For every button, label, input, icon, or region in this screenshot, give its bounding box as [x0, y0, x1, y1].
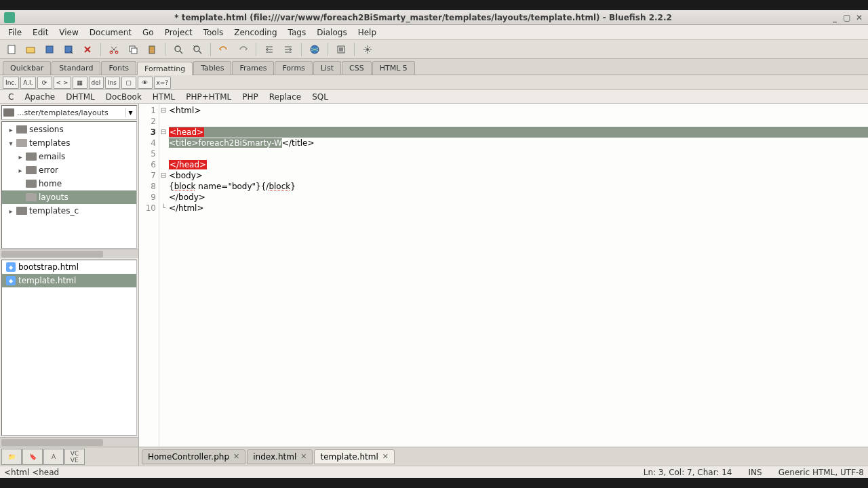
charmap-mode-button[interactable]: A — [43, 449, 64, 465]
format-button-6[interactable]: Ins — [105, 77, 120, 89]
fullscreen-button[interactable] — [332, 42, 350, 57]
file-item-bootstrap.html[interactable]: ◆bootstrap.html — [2, 260, 136, 274]
expand-icon[interactable]: ▾ — [7, 140, 14, 147]
scrollbar-thumb[interactable] — [1, 439, 103, 446]
tree-label: layouts — [39, 192, 68, 202]
format-button-3[interactable]: < > — [54, 77, 71, 89]
svg-rect-0 — [8, 45, 15, 54]
find-button[interactable] — [170, 42, 187, 57]
folder-tree[interactable]: ▸sessions▾templates▸emails▸errorhomelayo… — [1, 121, 137, 249]
path-selector[interactable]: ...ster/templates/layouts ▾ — [1, 105, 137, 120]
format-button-4[interactable]: ▦ — [73, 77, 87, 89]
maximize-button[interactable]: ▢ — [842, 13, 852, 22]
tree-item-layouts[interactable]: layouts — [2, 190, 136, 204]
close-file-button[interactable] — [79, 42, 96, 57]
format-button-2[interactable]: ⟳ — [37, 77, 52, 89]
file-list[interactable]: ◆bootstrap.html◆template.html — [1, 260, 137, 436]
expand-icon[interactable]: ▸ — [7, 207, 14, 215]
filelist-h-scrollbar[interactable] — [0, 437, 138, 447]
redo-button[interactable] — [234, 42, 252, 57]
format-button-5[interactable]: del — [89, 77, 104, 89]
tool-tab-list[interactable]: List — [313, 61, 341, 75]
undo-button[interactable] — [215, 42, 233, 57]
save-as-button[interactable] — [60, 42, 77, 57]
tree-item-sessions[interactable]: ▸sessions — [2, 123, 136, 136]
save-button[interactable] — [41, 42, 58, 57]
lang-c[interactable]: C — [3, 92, 19, 102]
menu-zencoding[interactable]: Zencoding — [229, 26, 282, 39]
close-tab-icon[interactable]: ✕ — [300, 452, 307, 461]
lang-dhtml[interactable]: DHTML — [60, 92, 100, 102]
menu-go[interactable]: Go — [137, 26, 159, 39]
menu-tools[interactable]: Tools — [198, 26, 229, 39]
expand-icon[interactable]: ▸ — [17, 153, 24, 161]
tool-tab-quickbar[interactable]: Quickbar — [3, 61, 51, 75]
tree-item-home[interactable]: home — [2, 177, 136, 190]
scrollbar-thumb[interactable] — [1, 251, 103, 258]
preview-browser-button[interactable] — [306, 42, 323, 57]
lang-docbook[interactable]: DocBook — [100, 92, 147, 102]
path-text: ...ster/templates/layouts — [17, 108, 125, 117]
tree-item-error[interactable]: ▸error — [2, 163, 136, 177]
close-button[interactable]: ✕ — [854, 13, 864, 22]
cut-button[interactable] — [105, 42, 123, 57]
lang-sql[interactable]: SQL — [307, 92, 334, 102]
tree-h-scrollbar[interactable] — [0, 249, 138, 258]
lang-apache[interactable]: Apache — [19, 92, 60, 102]
lang-phpplushtml[interactable]: PHP+HTML — [180, 92, 237, 102]
doc-tab-HomeController.php[interactable]: HomeController.php✕ — [142, 449, 245, 464]
file-item-template.html[interactable]: ◆template.html — [2, 274, 136, 287]
tool-tab-css[interactable]: CSS — [342, 61, 372, 75]
open-button[interactable] — [22, 42, 39, 57]
tree-item-templates[interactable]: ▾templates — [2, 136, 136, 150]
menu-document[interactable]: Document — [84, 26, 137, 39]
tree-item-templates_c[interactable]: ▸templates_c — [2, 204, 136, 218]
tool-tab-fonts[interactable]: Fonts — [101, 61, 136, 75]
indent-button[interactable] — [279, 42, 297, 57]
new-file-button[interactable] — [3, 42, 20, 57]
format-button-1[interactable]: A.I. — [20, 77, 35, 89]
snippets-mode-button[interactable]: VCVE — [64, 449, 85, 465]
expand-icon[interactable]: ▸ — [17, 167, 24, 174]
format-button-0[interactable]: Inc. — [3, 77, 19, 89]
menu-dialogs[interactable]: Dialogs — [311, 26, 352, 39]
doc-tab-index.html[interactable]: index.html✕ — [247, 449, 313, 464]
close-tab-icon[interactable]: ✕ — [382, 452, 389, 461]
menu-view[interactable]: View — [54, 26, 83, 39]
paste-button[interactable] — [143, 42, 161, 57]
code-editor[interactable]: 12345678910 ⊟⊟⊟└ <html><head><title>fore… — [139, 104, 868, 447]
path-dropdown-button[interactable]: ▾ — [125, 108, 135, 117]
menu-tags[interactable]: Tags — [283, 26, 312, 39]
window-title: * template.html (file:///var/www/foreach… — [19, 13, 827, 22]
tree-item-emails[interactable]: ▸emails — [2, 150, 136, 163]
lang-php[interactable]: PHP — [237, 92, 264, 102]
format-button-7[interactable]: ▢ — [121, 77, 136, 89]
menu-edit[interactable]: Edit — [27, 26, 54, 39]
tool-tab-formatting[interactable]: Formatting — [137, 62, 193, 75]
main-area: ...ster/templates/layouts ▾ ▸sessions▾te… — [0, 104, 868, 466]
unindent-button[interactable] — [260, 42, 278, 57]
tool-tab-forms[interactable]: Forms — [275, 61, 312, 75]
preferences-button[interactable] — [359, 42, 376, 57]
menu-project[interactable]: Project — [159, 26, 198, 39]
filebrowser-mode-button[interactable]: 📁 — [1, 449, 22, 465]
minimize-button[interactable]: _ — [830, 13, 840, 22]
find-replace-button[interactable] — [189, 42, 206, 57]
menu-file[interactable]: File — [3, 26, 27, 39]
lang-html[interactable]: HTML — [147, 92, 180, 102]
format-button-9[interactable]: x=? — [154, 77, 172, 89]
code-area[interactable]: <html><head><title>foreach2BiSmarty-W</t… — [167, 104, 868, 447]
tool-tab-tables[interactable]: Tables — [193, 61, 231, 75]
tool-tab-standard[interactable]: Standard — [52, 61, 100, 75]
tool-tab-frames[interactable]: Frames — [232, 61, 274, 75]
bookmarks-mode-button[interactable]: 🔖 — [22, 449, 43, 465]
lang-replace[interactable]: Replace — [264, 92, 307, 102]
menu-help[interactable]: Help — [353, 26, 382, 39]
fold-column[interactable]: ⊟⊟⊟└ — [159, 104, 167, 447]
doc-tab-template.html[interactable]: template.html✕ — [314, 449, 395, 464]
close-tab-icon[interactable]: ✕ — [233, 452, 239, 461]
tool-tab-html-5[interactable]: HTML 5 — [372, 61, 415, 75]
copy-button[interactable] — [124, 42, 142, 57]
expand-icon[interactable]: ▸ — [7, 126, 14, 134]
format-button-8[interactable]: 👁 — [138, 77, 153, 89]
